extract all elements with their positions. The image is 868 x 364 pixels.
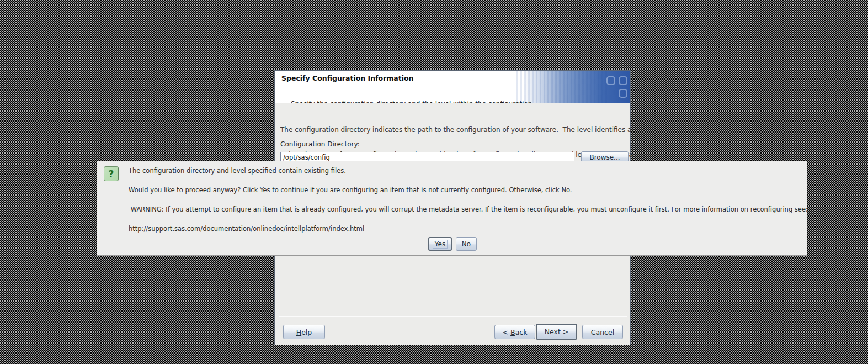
browse-button-label: Browse... <box>589 154 620 161</box>
page-title: Specify Configuration Information <box>281 74 413 82</box>
help-label-rest: elp <box>301 328 312 336</box>
config-directory-label-post: irectory: <box>332 140 359 148</box>
description-line: The configuration directory indicates th… <box>280 126 635 134</box>
footer-separator <box>279 316 627 317</box>
header-decor-square <box>619 76 627 85</box>
yes-button-label: Yes <box>433 240 448 249</box>
back-button-label: < Back <box>503 328 528 336</box>
dialog-message-line: Would you like to proceed anyway? Click … <box>129 186 808 193</box>
question-icon-glyph: ? <box>109 168 114 180</box>
header-decor-square <box>619 89 627 98</box>
dialog-message-line: WARNING: If you attempt to configure an … <box>129 205 808 212</box>
next-mnemonic: N <box>545 328 550 336</box>
config-directory-label: Configuration Directory: <box>280 140 360 148</box>
config-directory-label-pre: Configuration <box>280 140 327 148</box>
no-button-label: No <box>462 240 471 248</box>
back-button[interactable]: < Back <box>494 325 535 339</box>
help-mnemonic: H <box>296 328 301 336</box>
next-button-label: Next > <box>545 328 569 336</box>
dialog-message: The configuration directory and level sp… <box>129 167 808 244</box>
no-button[interactable]: No <box>456 237 477 251</box>
page-subtitle: Specify the configuration directory and … <box>291 84 532 103</box>
dialog-message-line: http://support.sas.com/documentation/onl… <box>129 225 808 231</box>
header-decor-square <box>606 76 615 85</box>
back-label-rest: ack <box>515 328 528 336</box>
dialog-message-line: The configuration directory and level sp… <box>129 167 808 173</box>
cancel-button[interactable]: Cancel <box>582 325 623 339</box>
cancel-button-label: Cancel <box>591 328 614 336</box>
back-mnemonic: B <box>510 328 515 336</box>
confirmation-dialog: ? The configuration directory and level … <box>97 161 807 256</box>
next-label-rest: ext > <box>550 328 568 336</box>
page-subtitle-line: Specify the configuration directory and … <box>291 100 532 103</box>
help-button[interactable]: Help <box>283 325 325 339</box>
desktop-background: Specify Configuration Information Specif… <box>0 0 868 364</box>
next-button[interactable]: Next > <box>536 324 577 340</box>
question-icon: ? <box>104 166 119 181</box>
yes-button[interactable]: Yes <box>428 237 452 251</box>
wizard-header: Specify Configuration Information Specif… <box>275 71 630 103</box>
back-label-pre: < <box>503 328 510 336</box>
help-button-label: Help <box>296 328 312 336</box>
